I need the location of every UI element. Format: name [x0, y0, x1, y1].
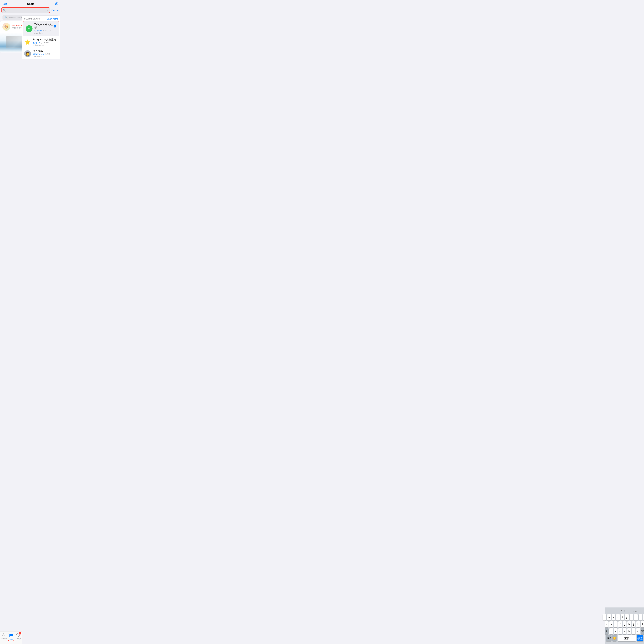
result-avatar-2: ⭐ — [24, 39, 31, 46]
search-results-panel: GLOBAL SEARCH Show More ✈ Telegram 中文社群 … — [22, 16, 60, 59]
page-title: Chats — [27, 2, 34, 6]
result-avatar-1: ✈ — [26, 25, 33, 32]
compose-button[interactable] — [54, 2, 58, 6]
result-name-3: 海外接码 — [33, 50, 58, 53]
search-result-item-1[interactable]: ✈ Telegram 中文社群 ✓ @tgcnx, 178,217 member… — [23, 21, 59, 36]
search-chats-icon: 🔍 — [5, 16, 8, 19]
edit-button[interactable]: Edit — [2, 2, 7, 6]
header: Edit Chats — [0, 0, 60, 7]
result-meta-2: @tgcnxz, 13,575 subscribers — [33, 41, 58, 46]
search-result-item-3[interactable]: 👩 海外接码 @tgcnx_cn, 3,209 members — [22, 48, 60, 59]
result-info-2: Telegram 中文收藏夾 @tgcnxz, 13,575 subscribe… — [33, 38, 58, 46]
header-search-row: 🔍 Tgcnx ✕ Cancel — [0, 7, 60, 14]
global-search-label: GLOBAL SEARCH — [24, 18, 41, 20]
result-avatar-3: 👩 — [24, 50, 31, 57]
result-name-1: Telegram 中文社群 ✓ — [34, 23, 56, 29]
result-info-3: 海外接码 @tgcnx_cn, 3,209 members — [33, 50, 58, 58]
cancel-button[interactable]: Cancel — [51, 9, 59, 12]
chat-avatar: 🎨 — [2, 23, 10, 31]
search-input-box[interactable]: 🔍 Tgcnx ✕ — [1, 7, 50, 13]
global-search-header: GLOBAL SEARCH Show More — [22, 16, 60, 21]
show-more-button[interactable]: Show More — [47, 18, 58, 20]
search-icon: 🔍 — [3, 9, 6, 11]
svg-text:✈: ✈ — [28, 27, 30, 30]
result-name-2: Telegram 中文收藏夾 — [33, 38, 58, 41]
search-chats-placeholder: Search chats — [9, 16, 22, 19]
clear-button[interactable]: ✕ — [46, 9, 48, 12]
search-result-item-2[interactable]: ⭐ Telegram 中文收藏夾 @tgcnxz, 13,575 subscri… — [22, 37, 60, 48]
result-info-1: Telegram 中文社群 ✓ @tgcnx, 178,217 members — [34, 23, 56, 34]
result-meta-1: @tgcnx, 178,217 members — [34, 29, 56, 34]
result-meta-3: @tgcnx_cn, 3,209 members — [33, 53, 58, 58]
verified-badge-1: ✓ — [54, 25, 56, 28]
search-input[interactable]: Tgcnx — [7, 9, 45, 11]
